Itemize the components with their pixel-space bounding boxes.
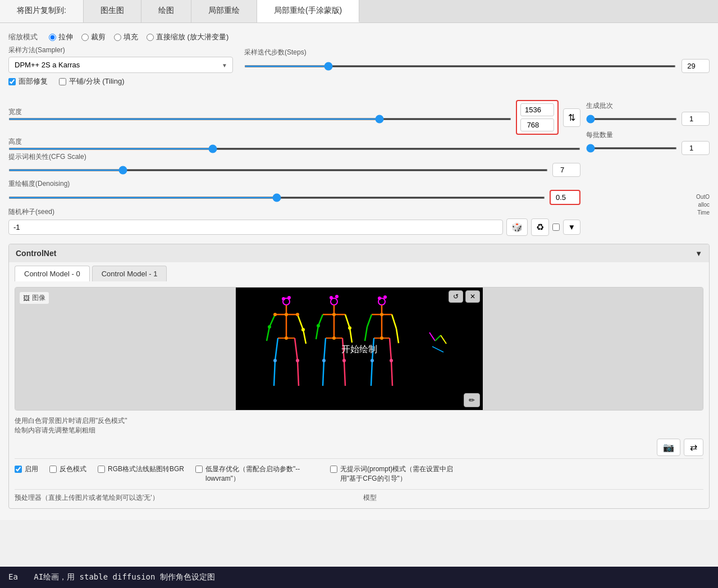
steps-label: 采样迭代步数(Steps) bbox=[244, 48, 710, 57]
cn-tabs: Control Model - 0 Control Model - 1 bbox=[9, 262, 709, 281]
svg-line-8 bbox=[303, 330, 306, 344]
svg-point-43 bbox=[348, 326, 351, 330]
image-label: 🖼 图像 bbox=[20, 292, 49, 304]
svg-point-61 bbox=[371, 359, 374, 362]
svg-point-25 bbox=[335, 295, 339, 298]
radio-crop[interactable]: 裁剪 bbox=[81, 32, 106, 42]
svg-line-66 bbox=[432, 347, 443, 352]
wh-inputs-box: 1536 768 bbox=[516, 100, 559, 135]
bottom-bar-text: AI绘画，用 stable diffusion 制作角色设定图 bbox=[34, 572, 215, 581]
batch-count-input[interactable]: 1 bbox=[682, 112, 710, 126]
radio-fill[interactable]: 填充 bbox=[114, 32, 138, 42]
controlnet-header[interactable]: ControlNet ▼ bbox=[9, 244, 709, 262]
face-restore-checkbox[interactable]: 面部修复 bbox=[8, 76, 48, 86]
batch-size-input[interactable]: 1 bbox=[682, 141, 710, 155]
cn-enable-label: 启用 bbox=[25, 464, 38, 474]
height-slider[interactable] bbox=[8, 148, 580, 150]
cfg-input[interactable]: 7 bbox=[552, 163, 580, 177]
image-icon: 🖼 bbox=[23, 294, 30, 302]
preview-container: 开始绘制 ↺ ✕ ✏ bbox=[15, 288, 703, 410]
cn-tab-1[interactable]: Control Model - 1 bbox=[92, 266, 167, 281]
svg-line-11 bbox=[275, 338, 278, 361]
sampler-select[interactable]: DPM++ 2S a Karras Euler Euler a DDIM bbox=[8, 57, 233, 73]
width-slider[interactable] bbox=[8, 118, 511, 120]
svg-line-65 bbox=[441, 335, 446, 344]
svg-point-46 bbox=[383, 295, 387, 299]
transfer-button[interactable]: ⇄ bbox=[684, 439, 703, 456]
seed-input[interactable]: -1 bbox=[8, 220, 503, 235]
camera-transfer-row: 📷 ⇄ bbox=[15, 439, 703, 456]
svg-line-5 bbox=[269, 314, 275, 327]
radio-stretch-label: 拉伸 bbox=[58, 32, 73, 42]
radio-direct-scale-label: 直接缩放 (放大潜变量) bbox=[156, 32, 228, 42]
svg-line-31 bbox=[350, 328, 352, 343]
right-info-line2: alloc bbox=[586, 201, 710, 209]
image-right-area[interactable] bbox=[483, 288, 703, 410]
seed-dice-button[interactable]: 🎲 bbox=[506, 218, 528, 236]
image-refresh-button[interactable]: ↺ bbox=[449, 290, 463, 303]
tab-copy-to[interactable]: 将图片复制到: bbox=[0, 0, 84, 22]
sampler-select-wrapper: DPM++ 2S a Karras Euler Euler a DDIM bbox=[8, 57, 233, 73]
pencil-button[interactable]: ✏ bbox=[464, 393, 480, 407]
svg-line-29 bbox=[316, 326, 318, 339]
cn-rgb-checkbox[interactable]: RGB格式法线贴图转BGR bbox=[98, 464, 184, 474]
cn-options-row: 启用 反色模式 RGB格式法线贴图转BGR 低显存优化（需配合启动参数"--lo… bbox=[15, 461, 703, 487]
swap-dimensions-button[interactable]: ⇅ bbox=[563, 108, 580, 127]
cn-enable-checkbox[interactable]: 启用 bbox=[15, 464, 38, 474]
batch-count-slider[interactable] bbox=[586, 118, 677, 120]
width-input[interactable]: 1536 bbox=[520, 103, 554, 116]
denoising-slider[interactable] bbox=[8, 197, 545, 199]
steps-input[interactable]: 29 bbox=[682, 59, 710, 73]
controlnet-image-area: 🖼 图像 bbox=[15, 287, 703, 411]
right-info-line3: Time bbox=[586, 209, 710, 217]
image-close-button[interactable]: ✕ bbox=[465, 290, 480, 303]
seed-chevron-button[interactable]: ▼ bbox=[563, 220, 580, 235]
seed-recycle-button[interactable]: ♻ bbox=[531, 218, 549, 236]
cn-invert-checkbox[interactable]: 反色模式 bbox=[49, 464, 86, 474]
camera-button[interactable]: 📷 bbox=[657, 439, 680, 456]
denoising-input[interactable]: 0.5 bbox=[550, 190, 580, 205]
svg-point-15 bbox=[285, 313, 288, 316]
bottom-bar: Ea AI绘画，用 stable diffusion 制作角色设定图 bbox=[0, 567, 718, 588]
svg-line-6 bbox=[267, 327, 269, 341]
svg-line-34 bbox=[324, 338, 326, 361]
svg-line-58 bbox=[391, 361, 392, 386]
batch-size-slider[interactable] bbox=[586, 147, 677, 149]
tiling-checkbox[interactable]: 平铺/分块 (Tiling) bbox=[59, 76, 124, 86]
right-info-line1: OutO bbox=[586, 193, 710, 201]
controlnet-title: ControlNet bbox=[16, 249, 56, 258]
controlnet-chevron-icon: ▼ bbox=[695, 249, 702, 258]
svg-point-21 bbox=[268, 325, 271, 329]
tab-inpaint[interactable]: 局部重绘 bbox=[191, 0, 257, 22]
svg-line-28 bbox=[318, 314, 323, 326]
radio-crop-label: 裁剪 bbox=[91, 32, 106, 42]
steps-slider[interactable] bbox=[244, 65, 676, 67]
cn-noprompt-checkbox[interactable]: 无提示词(prompt)模式（需在设置中启用"基于CFG的引导"） bbox=[330, 464, 454, 484]
pose-figure-2 bbox=[316, 295, 352, 386]
tab-draw[interactable]: 绘图 bbox=[141, 0, 191, 22]
cn-invert-label: 反色模式 bbox=[60, 464, 86, 474]
scale-mode-label: 缩放模式 bbox=[8, 32, 38, 42]
svg-point-18 bbox=[285, 336, 288, 340]
tab-inpaint-brush[interactable]: 局部重绘(手涂蒙版) bbox=[257, 0, 359, 22]
face-restore-label: 面部修复 bbox=[19, 76, 48, 86]
radio-direct-scale[interactable]: 直接缩放 (放大潜变量) bbox=[147, 32, 228, 42]
cfg-label: 提示词相关性(CFG Scale) bbox=[8, 152, 580, 162]
cn-tab-0[interactable]: Control Model - 0 bbox=[15, 266, 90, 281]
cfg-slider[interactable] bbox=[8, 169, 548, 171]
tab-img2img[interactable]: 图生图 bbox=[84, 0, 141, 22]
radio-stretch[interactable]: 拉伸 bbox=[49, 32, 73, 42]
svg-line-52 bbox=[396, 329, 399, 343]
svg-point-20 bbox=[296, 359, 299, 362]
sampler-group: 采样方法(Sampler) DPM++ 2S a Karras Euler Eu… bbox=[8, 45, 233, 73]
height-input[interactable]: 768 bbox=[520, 118, 554, 131]
seed-extra-checkbox[interactable] bbox=[552, 224, 560, 231]
svg-line-35 bbox=[323, 361, 324, 386]
svg-point-24 bbox=[330, 296, 333, 299]
image-left-area[interactable] bbox=[15, 288, 236, 410]
svg-point-41 bbox=[342, 359, 346, 362]
svg-point-45 bbox=[378, 297, 381, 300]
checkbox-row: 面部修复 平铺/分块 (Tiling) bbox=[8, 76, 710, 86]
svg-line-13 bbox=[295, 338, 298, 361]
cn-lowvram-checkbox[interactable]: 低显存优化（需配合启动参数"--lowvram"） bbox=[195, 464, 319, 484]
